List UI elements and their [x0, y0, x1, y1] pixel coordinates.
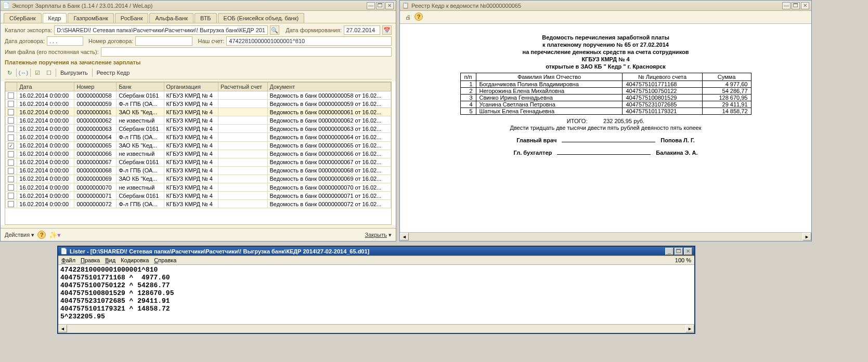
- report-cell: 4047575231072685: [623, 101, 702, 108]
- table-row[interactable]: 16.02.2014 0:00:0000000000072Ф-л ГПБ (ОА…: [6, 200, 391, 208]
- print-icon[interactable]: 🖨: [403, 12, 412, 22]
- scroll-left-button[interactable]: ◄: [400, 233, 409, 240]
- checkbox[interactable]: [8, 168, 14, 174]
- titlebar[interactable]: 📄 Экспорт Зарплаты в Банк (1.14 / 23.01.…: [1, 1, 396, 11]
- table-row[interactable]: 16.02.2014 0:00:0000000000067Сбербанк 01…: [6, 158, 391, 166]
- our-account-input[interactable]: [226, 36, 392, 46]
- cell-bank: ЗАО КБ "Кед...: [116, 175, 164, 183]
- checkbox[interactable]: [8, 201, 14, 207]
- scroll-right-button[interactable]: ►: [685, 325, 694, 332]
- column-header[interactable]: Дата: [17, 83, 74, 91]
- table-row[interactable]: 16.02.2014 0:00:0000000000070не известны…: [6, 183, 391, 192]
- report-toolbar: 🖨 ?: [400, 11, 811, 24]
- doc-line3: на перечисление денежных средств на счет…: [416, 49, 796, 55]
- maximize-button[interactable]: 🗖: [792, 2, 800, 9]
- maximize-button[interactable]: 🗖: [675, 248, 683, 255]
- cell-num: 00000000069: [74, 175, 116, 183]
- refresh-icon[interactable]: ↻: [5, 68, 14, 77]
- table-row[interactable]: 16.02.2014 0:00:0000000000062не известны…: [6, 116, 391, 125]
- menu-edit[interactable]: Правка: [81, 257, 100, 263]
- checkbox[interactable]: [8, 151, 14, 157]
- tab-СберБанк[interactable]: СберБанк: [4, 13, 42, 23]
- grid-wrapper[interactable]: ДатаНомерБанкОрганизацияРасчетный счетДо…: [5, 82, 392, 225]
- help-icon[interactable]: ?: [37, 231, 46, 239]
- menu-help[interactable]: Справка: [154, 257, 176, 263]
- menu-file[interactable]: Файл: [61, 257, 75, 263]
- check-all-icon[interactable]: ☑: [33, 68, 42, 77]
- table-row[interactable]: 16.02.2014 0:00:0000000000061ЗАО КБ "Кед…: [6, 108, 391, 116]
- reestr-button[interactable]: Реестр Кедр: [95, 70, 132, 76]
- percent-label: 100 %: [675, 257, 691, 263]
- minimize-button[interactable]: _: [665, 248, 673, 255]
- table-row[interactable]: 16.02.2014 0:00:0000000000059Ф-л ГПБ (ОА…: [6, 100, 391, 108]
- menu-view[interactable]: Вид: [105, 257, 115, 263]
- checkbox[interactable]: [8, 193, 14, 199]
- minimize-button[interactable]: —: [782, 2, 791, 9]
- minimize-button[interactable]: —: [367, 2, 375, 9]
- cell-doc: Ведомость в банк 00000000071 от 16.02...: [267, 192, 391, 200]
- close-link[interactable]: Закрыть ▾: [365, 232, 392, 238]
- column-header[interactable]: Расчетный счет: [218, 83, 267, 91]
- close-button[interactable]: ✕: [801, 2, 809, 9]
- nav-icon[interactable]: (↔): [19, 68, 28, 77]
- checkbox[interactable]: [8, 135, 14, 141]
- uncheck-all-icon[interactable]: ☐: [44, 68, 54, 77]
- unload-button[interactable]: Выгрузить: [58, 70, 90, 76]
- column-header[interactable]: Номер: [74, 83, 116, 91]
- table-row[interactable]: 16.02.2014 0:00:0000000000064Ф-л ГПБ (ОА…: [6, 133, 391, 141]
- maximize-button[interactable]: 🗖: [376, 2, 384, 9]
- close-button[interactable]: ✕: [385, 2, 394, 9]
- checkbox[interactable]: [8, 92, 14, 99]
- tab-РосБанк[interactable]: РосБанк: [115, 13, 149, 23]
- table-row[interactable]: 16.02.2014 0:00:0000000000071Сбербанк 01…: [6, 192, 391, 200]
- doc-line2: к платежному поручению № 65 от 27.02.201…: [416, 42, 796, 48]
- export-dir-input[interactable]: [54, 25, 268, 35]
- checkbox[interactable]: [8, 184, 14, 191]
- titlebar[interactable]: 📋 Реестр Кедр к ведомости №00000000065 —…: [400, 1, 811, 11]
- column-header[interactable]: Документ: [267, 83, 391, 91]
- tab-ВТБ[interactable]: ВТБ: [195, 13, 217, 23]
- cell-bank: Сбербанк 0161: [116, 91, 164, 100]
- checkbox[interactable]: [8, 176, 14, 182]
- scroll-right-button[interactable]: ►: [802, 233, 811, 240]
- table-row[interactable]: 16.02.2014 0:00:0000000000069ЗАО КБ "Кед…: [6, 175, 391, 183]
- scrollbar-horizontal[interactable]: ◄ ►: [400, 232, 811, 241]
- table-row[interactable]: 16.02.2014 0:00:0000000000065ЗАО КБ "Кед…: [6, 141, 391, 150]
- filename-input[interactable]: [101, 47, 392, 57]
- report-row: 2Негорожина Елена Михайловна404757510075…: [460, 88, 751, 95]
- help-icon[interactable]: ?: [414, 12, 423, 21]
- tab-ГазпромБанк[interactable]: ГазпромБанк: [68, 13, 113, 23]
- cell-doc: Ведомость в банк 00000000066 от 16.02...: [267, 150, 391, 158]
- contract-num-input[interactable]: [135, 36, 192, 46]
- date-picker-button[interactable]: 📅: [382, 25, 392, 35]
- table-row[interactable]: 16.02.2014 0:00:0000000000066не известны…: [6, 150, 391, 158]
- table-row[interactable]: 16.02.2014 0:00:0000000000058Сбербанк 01…: [6, 91, 391, 100]
- tab-ЕОБ (Енисейск объед. банк)[interactable]: ЕОБ (Енисейск объед. банк): [218, 13, 305, 23]
- column-header[interactable]: Банк: [116, 83, 164, 91]
- scrollbar-horizontal[interactable]: ◄ ►: [58, 324, 694, 333]
- date-form-input[interactable]: [344, 25, 380, 35]
- column-header[interactable]: [6, 83, 17, 91]
- table-row[interactable]: 16.02.2014 0:00:0000000000063Сбербанк 01…: [6, 125, 391, 133]
- actions-menu[interactable]: Действия ▾: [5, 232, 34, 238]
- column-header[interactable]: Организация: [164, 83, 218, 91]
- contract-date-input[interactable]: [47, 36, 83, 46]
- tab-Кедр[interactable]: Кедр: [43, 13, 67, 23]
- checkbox[interactable]: [8, 109, 14, 115]
- checkbox[interactable]: [8, 117, 14, 124]
- checkbox[interactable]: [8, 143, 14, 149]
- wand-icon[interactable]: ✨▾: [49, 231, 61, 239]
- close-button[interactable]: ✕: [684, 248, 692, 255]
- table-row[interactable]: 16.02.2014 0:00:0000000000068Ф-л ГПБ (ОА…: [6, 166, 391, 175]
- report-column-header: № Лицевого счета: [623, 73, 702, 81]
- report-body[interactable]: Ведомость перечисления заработной платы …: [400, 24, 811, 241]
- tab-Альфа-Банк[interactable]: Альфа-Банк: [149, 13, 193, 23]
- titlebar[interactable]: 📄 Lister - [D:\SHARED\! Сетевая папка\Ра…: [58, 247, 694, 256]
- lister-content[interactable]: 47422810000001000001^810 404757510177116…: [58, 265, 694, 324]
- scroll-left-button[interactable]: ◄: [58, 325, 67, 332]
- checkbox[interactable]: [8, 126, 14, 132]
- browse-button[interactable]: 🔍: [270, 25, 279, 35]
- menu-encoding[interactable]: Кодировка: [121, 257, 149, 263]
- checkbox[interactable]: [8, 159, 14, 166]
- checkbox[interactable]: [8, 101, 14, 107]
